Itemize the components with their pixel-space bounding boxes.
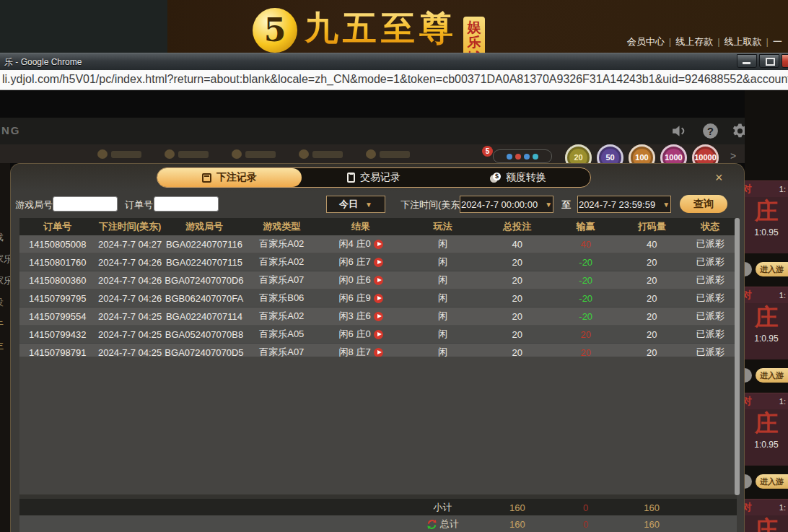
blurred-menu-item[interactable] <box>232 149 276 159</box>
replay-icon[interactable] <box>374 348 383 357</box>
table-row: 141507997952024-7-7 04:26BGB062407070FA百… <box>19 289 737 308</box>
blurred-menu-item[interactable] <box>165 149 209 159</box>
refresh-icon[interactable] <box>426 519 437 530</box>
table-row: 141508003602024-7-7 04:26BGA072407070D6百… <box>19 271 737 289</box>
window-titlebar[interactable]: 乐 - Google Chrome <box>0 53 788 71</box>
game-round-input[interactable] <box>53 196 118 212</box>
header-link[interactable]: 线上取款 <box>724 36 762 47</box>
date-from-select[interactable]: 2024-7-7 00:00:00 ▼ <box>460 196 553 213</box>
logo-badge-char: 乐 <box>468 35 481 50</box>
banker-label: 庄 <box>745 409 788 438</box>
replay-icon[interactable] <box>374 294 383 303</box>
logo-coin-icon: 5 <box>253 8 297 53</box>
table-body: 141508050082024-7-7 04:27BGA02240707116百… <box>19 235 737 362</box>
cell-bet_time: 2024-7-7 04:26 <box>95 253 164 271</box>
cell-play: 闲 <box>403 308 483 325</box>
window-controls <box>737 54 788 68</box>
header-link[interactable]: 线上存款 <box>675 36 713 47</box>
cell-play: 闲 <box>403 289 483 307</box>
result-text: 闲3 庄6 <box>339 310 371 323</box>
search-button[interactable]: 查询 <box>680 195 727 213</box>
cell-play: 闲 <box>403 326 483 343</box>
cell-game_type: 百家乐A02 <box>244 308 319 325</box>
cell-win_loss: -20 <box>552 253 620 271</box>
replay-icon[interactable] <box>374 258 383 267</box>
cell-round_no: BGA02240707115 <box>165 253 244 271</box>
order-no-input[interactable] <box>154 196 219 212</box>
cell-result: 闲0 庄6 <box>319 271 402 289</box>
scrollbar[interactable] <box>735 218 740 495</box>
cell-total_bet: 20 <box>483 326 551 343</box>
cell-order_no: 14150799432 <box>19 326 95 343</box>
table-secondary-button[interactable] <box>745 474 752 489</box>
cell-turnover: 20 <box>620 289 683 307</box>
pair-odds-label: 对 <box>745 395 752 408</box>
enter-game-button[interactable]: 进入游 <box>756 262 788 276</box>
svg-text:?: ? <box>707 126 714 137</box>
tab-label: 额度转换 <box>506 171 546 184</box>
cell-round_no: BGA02240707116 <box>165 235 244 253</box>
maximize-button[interactable] <box>759 54 779 68</box>
header-link[interactable]: 一 <box>773 36 782 47</box>
cell-total_bet: 20 <box>483 308 551 325</box>
blurred-menu-item[interactable] <box>299 149 343 159</box>
date-from-value: 2024-7-7 00:00:00 <box>461 199 538 210</box>
cell-order_no: 14150799795 <box>19 289 95 307</box>
column-header: 下注时间(美东) <box>95 218 164 235</box>
minimize-button[interactable] <box>737 54 757 68</box>
replay-icon[interactable] <box>374 276 383 285</box>
date-to-select[interactable]: 2024-7-7 23:59:59 ▼ <box>577 196 671 213</box>
cell-turnover: 20 <box>620 326 683 343</box>
enter-game-button[interactable]: 进入游 <box>756 474 788 489</box>
table-row: 141507994322024-7-7 04:25BGA052407070B8百… <box>19 326 737 344</box>
header-link[interactable]: 会员中心 <box>627 36 665 47</box>
close-window-button[interactable] <box>782 54 788 68</box>
cell-bet_time: 2024-7-7 04:27 <box>95 235 164 253</box>
replay-icon[interactable] <box>374 312 383 321</box>
pair-odds-label: 对 <box>745 501 752 514</box>
cell-result: 闲4 庄0 <box>319 235 402 253</box>
blurred-menu-item[interactable] <box>97 149 141 159</box>
tab-quota-transfer[interactable]: 额度转换 <box>446 168 590 187</box>
cell-play: 闲 <box>403 253 483 271</box>
enter-game-button[interactable]: 进入游 <box>756 368 788 383</box>
cell-turnover: 20 <box>620 253 683 271</box>
sound-icon[interactable] <box>670 122 688 140</box>
replay-icon[interactable] <box>374 240 383 249</box>
road-dot <box>515 154 521 160</box>
close-icon[interactable]: × <box>715 170 723 186</box>
table-row: 141508050082024-7-7 04:27BGA02240707116百… <box>19 235 737 253</box>
subtotal-label: 小计 <box>403 499 483 516</box>
table-secondary-button[interactable] <box>745 262 752 276</box>
logo-badge-char: 娱 <box>468 19 481 35</box>
pair-odds-label: 对 <box>745 183 752 196</box>
cell-status: 已派彩 <box>683 253 737 271</box>
table-header: 订单号下注时间(美东)游戏局号游戏类型结果玩法总投注输赢打码量状态 <box>19 218 737 235</box>
cell-status: 已派彩 <box>683 271 737 289</box>
to-label: 至 <box>561 199 571 212</box>
result-text: 闲4 庄0 <box>339 237 371 250</box>
page-background-band <box>0 90 788 118</box>
replay-icon[interactable] <box>374 330 383 339</box>
table-secondary-button[interactable] <box>745 368 752 383</box>
cell-result: 闲3 庄6 <box>319 308 402 325</box>
filter-row: 游戏局号 订单号 今日 ▼ 下注时间(美东) 2024-7-7 00:00:00… <box>11 193 744 216</box>
help-icon[interactable]: ? <box>701 122 719 140</box>
cell-win_loss: -20 <box>552 308 620 325</box>
cell-round_no: BGB062407070FA <box>165 289 244 307</box>
result-text: 闲0 庄6 <box>339 274 371 287</box>
cell-total_bet: 20 <box>483 289 551 307</box>
url-bar[interactable]: li.ydjol.com/h5V01/pc/index.html?return=… <box>0 70 788 90</box>
chips-more-arrow[interactable]: > <box>730 150 736 162</box>
date-range-select[interactable]: 今日 ▼ <box>326 196 385 213</box>
tab-transaction-records[interactable]: 交易记录 <box>302 168 446 187</box>
blurred-menu-item[interactable] <box>366 149 410 159</box>
cell-result: 闲6 庄9 <box>319 289 402 307</box>
header-links: 会员中心|线上存款|线上取款|一 <box>624 35 785 48</box>
tab-bet-records[interactable]: 下注记录 <box>157 168 302 187</box>
tab-pill: 下注记录 交易记录 额度转换 <box>157 167 591 188</box>
road-dot <box>507 154 512 160</box>
column-header: 订单号 <box>19 218 95 235</box>
link-separator: | <box>669 36 671 47</box>
occluded-menu-fragment: 主 <box>0 339 4 352</box>
